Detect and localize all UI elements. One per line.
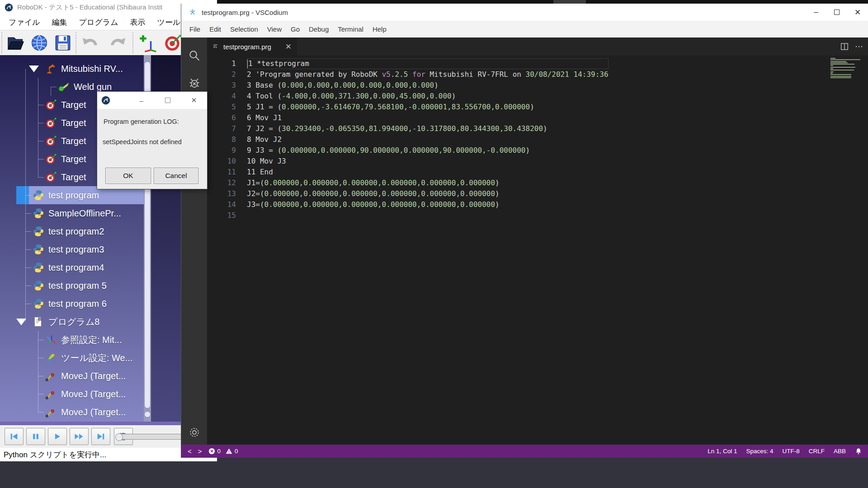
tree-scrollbar-button[interactable] bbox=[144, 411, 151, 418]
line-number: 2 bbox=[207, 69, 236, 80]
error-icon bbox=[208, 448, 215, 455]
web-globe-button[interactable] bbox=[29, 33, 50, 53]
code-line[interactable]: 7 J2 = (30.293400,-0.065350,81.994000,-1… bbox=[247, 123, 609, 134]
statusbar-item[interactable]: ABB bbox=[834, 448, 846, 455]
play-button[interactable] bbox=[48, 428, 67, 445]
tree-item[interactable]: test program3 bbox=[0, 240, 144, 258]
tree-item[interactable]: test program4 bbox=[0, 258, 144, 277]
skip-to-end-button[interactable] bbox=[91, 428, 110, 445]
vscodium-menu-item[interactable]: Terminal bbox=[333, 21, 368, 38]
maximize-button[interactable] bbox=[155, 92, 181, 109]
code-line[interactable]: 5 J1 = (0.000000,-3.614670,79.568100,-0.… bbox=[247, 102, 609, 113]
dialog-titlebar[interactable]: – ✕ bbox=[97, 92, 207, 109]
settings-gear-icon[interactable] bbox=[181, 422, 207, 443]
expander-icon[interactable] bbox=[16, 319, 26, 325]
bell-icon[interactable] bbox=[855, 448, 862, 455]
code-line[interactable]: 4 Tool (-4.000,0.000,371.300,0.000,45.00… bbox=[247, 91, 609, 102]
statusbar-item[interactable]: CRLF bbox=[809, 448, 825, 455]
expander-icon[interactable] bbox=[29, 66, 39, 72]
statusbar-item[interactable]: Spaces: 4 bbox=[746, 448, 773, 455]
cancel-button[interactable]: Cancel bbox=[154, 168, 198, 184]
robodk-menu-item[interactable]: ファイル bbox=[3, 15, 46, 30]
code-line[interactable]: 6 Mov J1 bbox=[247, 113, 609, 123]
vscodium-menu-item[interactable]: View bbox=[263, 21, 286, 38]
tree-item[interactable]: プログラム8 bbox=[0, 313, 144, 331]
more-actions-icon[interactable]: ⋯ bbox=[855, 38, 863, 56]
robodk-window-title: RoboDK - テスト5 - Educational (Shibaura In… bbox=[17, 3, 162, 12]
statusbar-item[interactable]: Ln 1, Col 1 bbox=[708, 448, 737, 455]
target-icon bbox=[45, 153, 57, 165]
tree-item[interactable]: Mitsubishi RV... bbox=[0, 60, 144, 78]
statusbar-item[interactable]: UTF-8 bbox=[782, 448, 799, 455]
vscodium-titlebar[interactable]: testprogram.prg - VSCodium – ✕ bbox=[181, 4, 868, 21]
redo-button[interactable] bbox=[108, 33, 128, 53]
minimap[interactable] bbox=[830, 58, 862, 79]
code-line[interactable]: J2=(0.000000,0.000000,0.000000,0.000000,… bbox=[247, 188, 609, 199]
close-button[interactable]: ✕ bbox=[847, 4, 868, 21]
maximize-button[interactable] bbox=[826, 4, 847, 21]
vscodium-menu-item[interactable]: Selection bbox=[226, 21, 263, 38]
debug-icon[interactable] bbox=[181, 72, 207, 94]
code-content[interactable]: 1 *testprogram2 'Program generated by Ro… bbox=[247, 58, 609, 221]
tab-testprogram[interactable]: testprogram.prg ✕ bbox=[207, 38, 297, 56]
tree-item-label: test program bbox=[48, 190, 99, 201]
split-editor-icon[interactable] bbox=[840, 38, 849, 56]
toolbar-separator bbox=[75, 32, 76, 53]
close-button[interactable]: ✕ bbox=[181, 92, 207, 109]
tree-item[interactable]: test program 6 bbox=[0, 295, 144, 313]
minimap-line bbox=[830, 71, 834, 72]
tree-item[interactable]: ツール設定: We... bbox=[0, 349, 144, 367]
text-cursor bbox=[247, 60, 248, 68]
line-number: 12 bbox=[207, 178, 236, 188]
code-line[interactable]: 2 'Program generated by RoboDK v5.2.5 fo… bbox=[247, 69, 609, 80]
code-line[interactable] bbox=[247, 210, 609, 221]
skip-to-start-button[interactable] bbox=[5, 428, 24, 445]
fast-forward-button[interactable] bbox=[70, 428, 89, 445]
target-icon bbox=[45, 135, 57, 147]
code-editor[interactable]: 123456789101112131415 1 *testprogram2 'P… bbox=[207, 56, 868, 445]
robodk-menu-item[interactable]: 表示 bbox=[124, 15, 151, 30]
tree-item-label: ツール設定: We... bbox=[61, 352, 132, 364]
tree-item-label: Weld gun bbox=[74, 82, 112, 92]
code-line[interactable]: 8 Mov J2 bbox=[247, 134, 609, 145]
code-line[interactable]: 1 *testprogram bbox=[247, 58, 609, 69]
tab-close-icon[interactable]: ✕ bbox=[285, 42, 292, 52]
tree-item[interactable]: MoveJ (Target... bbox=[0, 403, 144, 421]
vscodium-menu-item[interactable]: Help bbox=[368, 21, 391, 38]
vscodium-menu-item[interactable]: File bbox=[185, 21, 205, 38]
pause-button[interactable] bbox=[26, 428, 45, 445]
code-line[interactable]: 9 J3 = (0.000000,0.000000,90.000000,0.00… bbox=[247, 145, 609, 156]
movej-icon bbox=[45, 406, 57, 418]
tree-item[interactable]: MoveJ (Target... bbox=[0, 385, 144, 403]
vscodium-menubar: FileEditSelectionViewGoDebugTerminalHelp bbox=[181, 21, 868, 38]
code-line[interactable]: J3=(0.000000,0.000000,0.000000,0.000000,… bbox=[247, 199, 609, 210]
code-line[interactable]: 11 End bbox=[247, 167, 609, 178]
minimap-line bbox=[830, 68, 833, 69]
minimize-button[interactable]: – bbox=[128, 92, 155, 109]
tree-item[interactable]: test program 5 bbox=[0, 277, 144, 295]
save-button[interactable] bbox=[52, 33, 73, 53]
add-reference-frame-button[interactable] bbox=[137, 33, 158, 53]
minimize-button[interactable]: – bbox=[806, 4, 826, 21]
tree-item[interactable]: test program2 bbox=[0, 222, 144, 240]
code-line[interactable]: J1=(0.000000,0.000000,0.000000,0.000000,… bbox=[247, 178, 609, 188]
robodk-menu-item[interactable]: 編集 bbox=[46, 15, 73, 30]
tree-item[interactable]: 参照設定: Mit... bbox=[0, 331, 144, 349]
open-folder-button[interactable] bbox=[5, 33, 26, 53]
vscodium-menu-item[interactable]: Debug bbox=[304, 21, 333, 38]
search-icon[interactable] bbox=[181, 45, 207, 66]
forward-arrow[interactable]: > bbox=[198, 447, 202, 455]
tree-item[interactable]: MoveJ (Target... bbox=[0, 367, 144, 385]
code-line[interactable]: 3 Base (0.000,0.000,0.000,0.000,0.000,0.… bbox=[247, 80, 609, 91]
back-arrow[interactable]: < bbox=[188, 447, 192, 455]
vscodium-menu-item[interactable]: Edit bbox=[205, 21, 226, 38]
tree-item[interactable]: SampleOfflinePr... bbox=[0, 204, 144, 222]
undo-button[interactable] bbox=[80, 33, 100, 53]
vscodium-menu-item[interactable]: Go bbox=[286, 21, 304, 38]
problems-indicator[interactable]: 0 0 bbox=[208, 448, 238, 455]
ok-button[interactable]: OK bbox=[105, 168, 151, 184]
code-line[interactable]: 10 Mov J3 bbox=[247, 156, 609, 167]
warning-icon bbox=[226, 448, 232, 455]
add-target-button[interactable] bbox=[162, 33, 183, 53]
robodk-menu-item[interactable]: プログラム bbox=[73, 15, 124, 30]
